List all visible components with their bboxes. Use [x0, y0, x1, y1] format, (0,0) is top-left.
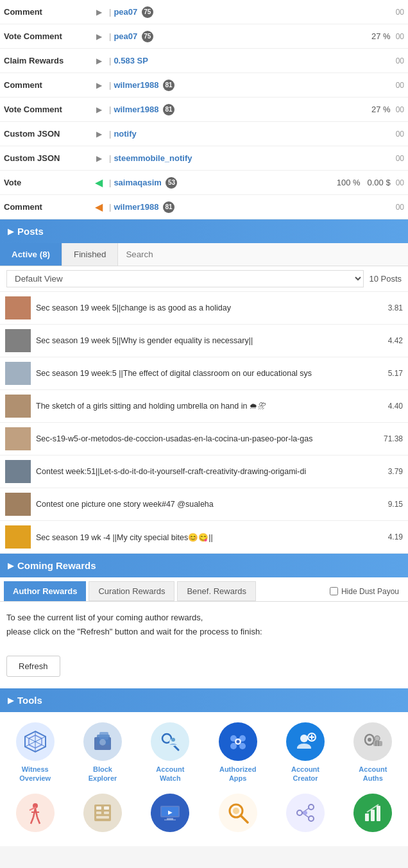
tx-user[interactable]: wilmer1988 81	[114, 104, 371, 115]
expand-button[interactable]: ▶	[94, 80, 104, 90]
table-row: Vote Comment ▶ | pea07 75 27 % 00	[0, 24, 408, 49]
search-input[interactable]	[117, 243, 408, 266]
tx-time: 00	[396, 203, 404, 212]
expand-button[interactable]: ▶	[94, 7, 104, 17]
tx-expand-arrow[interactable]: ▶	[94, 31, 106, 42]
expand-button[interactable]: ▶	[94, 105, 104, 115]
tool-10[interactable]	[207, 794, 269, 836]
coming-rewards-title: Coming Rewards	[17, 560, 96, 571]
post-value: 4.40	[388, 402, 403, 411]
tool-account-auths[interactable]: AccountAuths	[342, 722, 404, 783]
tx-expand-arrow[interactable]: ▶	[94, 80, 106, 90]
tool-11[interactable]	[274, 794, 336, 836]
reputation-badge: 75	[142, 6, 153, 18]
rewards-line1: To see the current list of your coming a…	[6, 611, 402, 625]
hide-dust-checkbox[interactable]	[330, 587, 338, 595]
refresh-button[interactable]: Refresh	[6, 656, 60, 677]
reputation-badge: 53	[166, 177, 177, 189]
post-title: Sec season 19 week 5||Why is gender equa…	[36, 336, 383, 345]
tx-vote-meta: 100 % 0.00 $	[337, 178, 391, 187]
tx-time: 00	[396, 56, 404, 65]
coming-rewards-section-header: ▶ Coming Rewards	[0, 554, 408, 577]
tool-8[interactable]	[71, 794, 133, 836]
tool-12[interactable]	[342, 794, 404, 836]
post-value: 9.15	[388, 500, 403, 509]
tx-percent: 27 %	[371, 31, 391, 41]
tx-user[interactable]: pea07 75	[114, 6, 390, 18]
reputation-badge: 81	[163, 104, 174, 115]
tx-type: Vote Comment	[4, 105, 94, 114]
hide-dust-label[interactable]: Hide Dust Payou	[325, 581, 404, 601]
tx-user[interactable]: wilmer1988 81	[114, 201, 390, 213]
svg-line-32	[31, 817, 33, 824]
list-item[interactable]: Sec season 19 week 5||Why is gender equa…	[0, 325, 408, 357]
authorized-apps-icon	[219, 722, 257, 761]
tx-time: 00	[396, 105, 404, 114]
tx-user[interactable]: pea07 75	[114, 31, 371, 42]
tab-active[interactable]: Active (8)	[0, 243, 62, 266]
reputation-badge: 81	[163, 80, 174, 91]
view-select[interactable]: Default View	[6, 270, 364, 287]
table-row: Comment ▶ | wilmer1988 81 00	[0, 73, 408, 98]
expand-button[interactable]: ▶	[94, 31, 104, 42]
expand-button[interactable]: ▶	[94, 56, 104, 66]
post-thumbnail	[5, 329, 31, 352]
list-item[interactable]: Sec-s19-w5-or-metodos-de-coccion-usadas-…	[0, 423, 408, 455]
list-item[interactable]: Sec season 19 week:5 ||The effect of dig…	[0, 357, 408, 390]
tab-benef-rewards[interactable]: Benef. Rewards	[177, 581, 256, 601]
tool-9[interactable]: ▶	[139, 794, 201, 836]
tab-finished[interactable]: Finished	[62, 243, 117, 266]
tx-expand-arrow[interactable]: ◀	[94, 202, 106, 212]
rewards-line2: please click on the "Refresh" button and…	[6, 625, 402, 639]
tool-authorized-apps[interactable]: AuthorizedApps	[207, 722, 269, 783]
svg-text:▶: ▶	[168, 810, 173, 815]
expand-button[interactable]: ▶	[94, 153, 104, 164]
svg-line-33	[37, 817, 40, 824]
tx-expand-arrow[interactable]: ▶	[94, 7, 106, 17]
tools-section-header: ▶ Tools	[0, 688, 408, 712]
refresh-section: Refresh	[0, 648, 408, 688]
reputation-badge: 81	[163, 201, 174, 213]
tool-account-watch[interactable]: AccountWatch	[139, 722, 201, 783]
tx-user[interactable]: wilmer1988 81	[114, 80, 390, 91]
post-value: 71.38	[384, 434, 403, 443]
list-item[interactable]: The sketch of a girls sitting and holdin…	[0, 390, 408, 423]
tx-type: Comment	[4, 80, 94, 90]
expand-button[interactable]: ▶	[94, 129, 104, 139]
table-row: Custom JSON ▶ | notify 00	[0, 122, 408, 146]
expand-button[interactable]: ◀	[94, 202, 104, 212]
tx-expand-arrow[interactable]: ▶	[94, 153, 106, 164]
tx-expand-arrow[interactable]: ▶	[94, 56, 106, 66]
svg-rect-39	[96, 812, 101, 814]
list-item[interactable]: Sec season 19 wk -4 ||My city special bi…	[0, 521, 408, 554]
post-title: Contest one picture one story week#47 @s…	[36, 500, 383, 509]
post-title: The sketch of a girls sitting and holdin…	[36, 402, 383, 411]
svg-line-48	[241, 815, 248, 822]
tool-block-explorer[interactable]: BlockExplorer	[71, 722, 133, 783]
post-title: Sec season 19 week 5||change is as good …	[36, 303, 383, 312]
tx-type: Comment	[4, 7, 94, 17]
expand-button[interactable]: ◀	[94, 178, 104, 188]
tab-curation-rewards[interactable]: Curation Rewards	[89, 581, 174, 601]
post-value: 4.42	[388, 336, 403, 345]
tab-author-rewards[interactable]: Author Rewards	[4, 581, 86, 601]
posts-tabs: Active (8) Finished	[0, 243, 408, 266]
tx-expand-arrow[interactable]: ◀	[94, 178, 106, 188]
tx-expand-arrow[interactable]: ▶	[94, 129, 106, 139]
list-item[interactable]: Contest week:51||Let-s-do-it-do-it-yours…	[0, 455, 408, 488]
tool-account-creator[interactable]: AccountCreator	[274, 722, 336, 783]
svg-point-18	[236, 740, 239, 744]
tx-amount: 0.583 SP	[114, 56, 390, 65]
list-item[interactable]: Contest one picture one story week#47 @s…	[0, 488, 408, 521]
svg-point-55	[303, 811, 307, 815]
list-item[interactable]: Sec season 19 week 5||change is as good …	[0, 292, 408, 325]
posts-list: Sec season 19 week 5||change is as good …	[0, 292, 408, 554]
svg-point-52	[309, 816, 314, 821]
tool-witness-overview[interactable]: WitnessOverview	[4, 722, 66, 783]
transactions-section: Comment ▶ | pea07 75 00 Vote Comment ▶ |…	[0, 0, 408, 219]
tx-expand-arrow[interactable]: ▶	[94, 105, 106, 115]
svg-point-8	[99, 739, 106, 745]
tx-user[interactable]: saimaqasim 53	[114, 177, 336, 189]
tool-7[interactable]	[4, 794, 66, 836]
tx-time: 00	[396, 130, 404, 139]
